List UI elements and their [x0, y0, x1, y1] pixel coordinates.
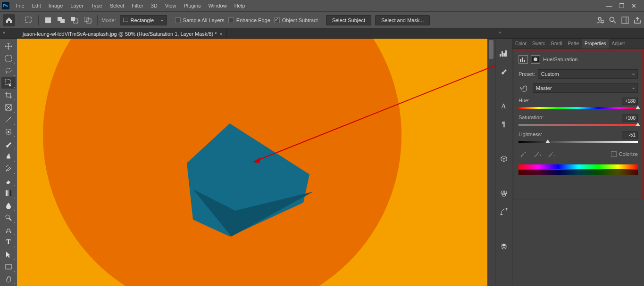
- selection-subtract-icon[interactable]: [69, 15, 80, 26]
- channels-icon[interactable]: [499, 188, 509, 199]
- histogram-icon[interactable]: [499, 48, 509, 58]
- type-tool[interactable]: T: [1, 237, 16, 248]
- svg-rect-14: [622, 17, 628, 24]
- svg-rect-0: [25, 17, 31, 23]
- selection-add-icon[interactable]: [56, 15, 67, 26]
- menu-3d[interactable]: 3D: [147, 2, 161, 9]
- menu-layer[interactable]: Layer: [67, 2, 87, 9]
- svg-rect-41: [524, 60, 525, 62]
- spot-heal-tool[interactable]: [1, 126, 16, 138]
- svg-rect-33: [505, 50, 507, 57]
- menu-window[interactable]: Window: [205, 2, 231, 9]
- preset-select[interactable]: Custom: [538, 69, 638, 79]
- svg-rect-24: [6, 190, 11, 196]
- object-subtract-checkbox[interactable]: Object Subtract: [274, 17, 318, 23]
- workspace-icon[interactable]: [621, 16, 629, 24]
- eyedropper-icon[interactable]: [519, 149, 528, 159]
- current-tool-icon[interactable]: [23, 15, 34, 26]
- pen-tool[interactable]: [1, 224, 16, 236]
- saturation-slider[interactable]: [519, 123, 638, 127]
- eyedropper-add-icon[interactable]: +: [533, 149, 542, 159]
- svg-text:+: +: [602, 21, 603, 24]
- clone-stamp-tool[interactable]: [1, 151, 16, 162]
- eyedropper-subtract-icon[interactable]: −: [547, 149, 556, 159]
- selection-new-icon[interactable]: [42, 15, 54, 26]
- eyedropper-tool[interactable]: [1, 114, 16, 125]
- frame-tool[interactable]: [1, 102, 16, 113]
- menu-image[interactable]: Image: [45, 2, 67, 9]
- dodge-tool[interactable]: [1, 212, 16, 223]
- saturation-value[interactable]: +100: [622, 114, 638, 122]
- vertical-scrollbar[interactable]: [487, 39, 495, 286]
- cloud-user-icon[interactable]: +: [596, 16, 604, 25]
- hue-slider[interactable]: [519, 106, 638, 110]
- search-icon[interactable]: [609, 16, 617, 24]
- blur-tool[interactable]: [1, 200, 16, 211]
- channel-select[interactable]: Master: [533, 83, 638, 93]
- tab-swatches[interactable]: Swatc: [529, 39, 548, 49]
- layers-icon[interactable]: [499, 241, 509, 252]
- brush-tool[interactable]: [1, 139, 16, 150]
- gradient-tool[interactable]: [1, 188, 16, 199]
- lasso-tool[interactable]: [1, 65, 16, 76]
- select-mask-button[interactable]: Select and Mask...: [375, 15, 430, 25]
- expand-toolbox-icon[interactable]: »: [3, 30, 5, 35]
- paragraph-icon[interactable]: ¶: [499, 119, 509, 129]
- selection-intersect-icon[interactable]: [82, 15, 93, 26]
- hue-value[interactable]: +180: [622, 98, 638, 105]
- 3d-icon[interactable]: [499, 154, 509, 164]
- svg-point-23: [8, 131, 9, 133]
- svg-rect-1: [45, 17, 51, 23]
- marquee-tool[interactable]: [1, 53, 16, 64]
- tab-properties[interactable]: Properties: [582, 39, 609, 49]
- minimize-icon[interactable]: —: [606, 2, 612, 9]
- document-tab[interactable]: jason-leung-wHddViTmSvA-unsplash.jpg @ 5…: [19, 30, 227, 38]
- close-icon[interactable]: ✕: [631, 2, 636, 9]
- colorize-checkbox[interactable]: Colorize: [611, 151, 638, 157]
- svg-rect-39: [520, 59, 521, 62]
- menu-file[interactable]: File: [12, 2, 28, 9]
- canvas-area[interactable]: [17, 39, 495, 286]
- menu-help[interactable]: Help: [231, 2, 249, 9]
- home-button[interactable]: [3, 14, 15, 26]
- menu-edit[interactable]: Edit: [28, 2, 45, 9]
- svg-rect-16: [6, 56, 11, 61]
- lightness-slider[interactable]: [519, 140, 638, 144]
- output-color-ramp: [519, 170, 638, 175]
- character-icon[interactable]: A: [499, 101, 509, 111]
- svg-rect-30: [500, 54, 501, 57]
- paths-icon[interactable]: [499, 206, 509, 217]
- enhance-edge-checkbox[interactable]: Enhance Edge: [228, 17, 270, 23]
- hand-tool[interactable]: [1, 273, 16, 285]
- eraser-tool[interactable]: [1, 175, 16, 187]
- object-selection-tool[interactable]: [1, 77, 16, 89]
- move-tool[interactable]: [1, 41, 16, 52]
- menu-plugins[interactable]: Plugins: [180, 2, 204, 9]
- share-icon[interactable]: [634, 16, 641, 24]
- scrubby-hand-icon[interactable]: [519, 83, 530, 93]
- properties-title: Hue/Saturation: [543, 57, 577, 62]
- menu-type[interactable]: Type: [87, 2, 106, 9]
- svg-point-25: [6, 215, 9, 219]
- rectangle-tool[interactable]: [1, 261, 16, 272]
- menu-select[interactable]: Select: [106, 2, 128, 9]
- close-tab-icon[interactable]: ×: [219, 31, 222, 37]
- menu-filter[interactable]: Filter: [128, 2, 147, 9]
- brush-settings-icon[interactable]: [499, 66, 509, 76]
- sample-all-checkbox[interactable]: Sample All Layers: [175, 17, 225, 23]
- tab-adjustments[interactable]: Adjust: [609, 39, 628, 49]
- svg-text:−: −: [553, 153, 555, 157]
- crop-tool[interactable]: [1, 90, 16, 101]
- tab-color[interactable]: Color: [512, 39, 529, 49]
- menu-view[interactable]: View: [161, 2, 180, 9]
- maximize-icon[interactable]: ❐: [619, 2, 625, 9]
- lightness-value[interactable]: -51: [622, 131, 638, 139]
- preset-label: Preset:: [519, 71, 535, 77]
- expand-panels-icon[interactable]: «: [499, 30, 502, 35]
- history-brush-tool[interactable]: [1, 163, 16, 174]
- mode-select[interactable]: Rectangle: [120, 15, 167, 25]
- tab-gradients[interactable]: Gradi: [548, 39, 565, 49]
- path-selection-tool[interactable]: [1, 249, 16, 260]
- select-subject-button[interactable]: Select Subject: [326, 15, 371, 25]
- tab-patterns[interactable]: Patte: [565, 39, 582, 49]
